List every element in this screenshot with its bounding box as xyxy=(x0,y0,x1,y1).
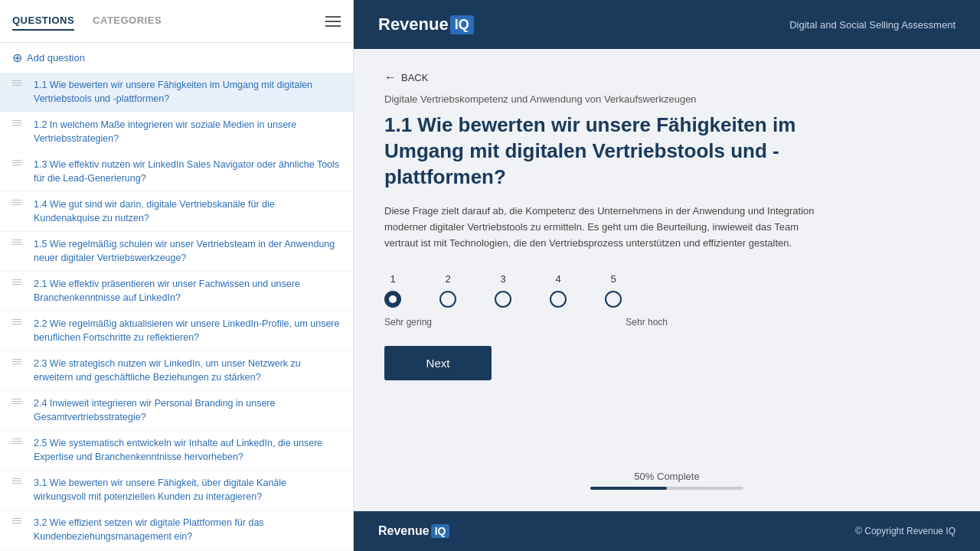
add-question-label: Add question xyxy=(27,52,85,64)
add-question-button[interactable]: ⊕ Add question xyxy=(0,43,353,73)
radio-circle[interactable] xyxy=(384,291,401,308)
header-subtitle: Digital and Social Selling Assessment xyxy=(789,19,956,31)
sidebar: QUESTIONS CATEGORIES ⊕ Add question 1.1 … xyxy=(0,0,354,551)
drag-handle xyxy=(12,200,28,205)
question-item[interactable]: 2.5 Wie systematisch entwickeln wir Inha… xyxy=(0,431,353,471)
rating-option-3[interactable]: 3 xyxy=(495,273,511,308)
next-button[interactable]: Next xyxy=(384,346,492,380)
question-item[interactable]: 2.1 Wie effektiv präsentieren wir unser … xyxy=(0,272,353,311)
question-title: 1.1 Wie bewerten wir unsere Fähigkeiten … xyxy=(384,112,844,190)
rating-number: 3 xyxy=(500,273,505,285)
question-item[interactable]: 2.4 Inwieweit integrieren wir Personal B… xyxy=(0,391,353,431)
drag-handle xyxy=(12,240,28,245)
radio-circle[interactable] xyxy=(439,291,456,308)
back-label: BACK xyxy=(401,72,428,83)
questions-list: 1.1 Wie bewerten wir unsere Fähigkeiten … xyxy=(0,73,353,551)
radio-circle[interactable] xyxy=(495,291,511,308)
question-item-text: 1.2 In welchem Maße integrieren wir sozi… xyxy=(34,119,341,145)
radio-circle[interactable] xyxy=(550,291,567,308)
drag-handle xyxy=(12,319,28,324)
hamburger-line-1 xyxy=(325,16,341,18)
radio-inner xyxy=(389,295,397,303)
rating-option-5[interactable]: 5 xyxy=(605,273,622,308)
logo-iq: IQ xyxy=(450,15,474,34)
rating-scale: 12345 xyxy=(384,273,949,308)
question-item[interactable]: 3.2 Wie effizient setzen wir digitale Pl… xyxy=(0,510,353,550)
hamburger-icon[interactable] xyxy=(325,16,341,27)
drag-handle xyxy=(12,399,28,404)
question-item-text: 2.5 Wie systematisch entwickeln wir Inha… xyxy=(34,437,341,464)
tab-categories[interactable]: CATEGORIES xyxy=(93,11,162,31)
drag-handle xyxy=(12,80,28,86)
sidebar-tabs-left: QUESTIONS CATEGORIES xyxy=(12,11,162,31)
drag-handle xyxy=(12,279,28,285)
main-header: RevenueIQ Digital and Social Selling Ass… xyxy=(354,0,980,49)
logo-revenue: Revenue xyxy=(378,15,449,34)
progress-bar-container xyxy=(590,487,743,490)
question-item-text: 1.4 Wie gut sind wir darin, digitale Ver… xyxy=(34,198,341,225)
rating-labels: Sehr gering Sehr hoch xyxy=(384,317,668,328)
rating-option-2[interactable]: 2 xyxy=(439,273,456,308)
drag-handle xyxy=(12,518,28,523)
add-question-icon: ⊕ xyxy=(12,51,22,65)
question-item[interactable]: 1.4 Wie gut sind wir darin, digitale Ver… xyxy=(0,192,353,232)
footer-copyright: © Copyright Revenue IQ xyxy=(855,526,956,536)
question-item-text: 3.1 Wie bewerten wir unsere Fähigkeit, ü… xyxy=(34,477,341,504)
question-item[interactable]: 1.1 Wie bewerten wir unsere Fähigkeiten … xyxy=(0,73,353,112)
progress-area: 50% Complete xyxy=(384,455,949,490)
drag-handle xyxy=(12,439,28,444)
hamburger-line-3 xyxy=(325,25,341,27)
question-item-text: 2.3 Wie strategisch nutzen wir LinkedIn,… xyxy=(34,357,341,384)
rating-option-1[interactable]: 1 xyxy=(384,273,401,308)
footer-logo-iq: IQ xyxy=(431,524,450,538)
radio-circle[interactable] xyxy=(605,291,622,308)
question-item[interactable]: 2.2 Wie regelmäßig aktualisieren wir uns… xyxy=(0,311,353,351)
main-panel: RevenueIQ Digital and Social Selling Ass… xyxy=(354,0,980,551)
rating-number: 1 xyxy=(390,273,395,285)
question-item-text: 2.2 Wie regelmäßig aktualisieren wir uns… xyxy=(34,318,341,344)
question-description: Diese Frage zielt darauf ab, die Kompete… xyxy=(384,204,828,251)
rating-number: 5 xyxy=(610,273,616,285)
drag-handle xyxy=(12,160,28,165)
question-item[interactable]: 1.5 Wie regelmäßig schulen wir unser Ver… xyxy=(0,232,353,272)
rating-number: 2 xyxy=(445,273,450,285)
back-button[interactable]: ← BACK xyxy=(384,70,949,84)
question-item[interactable]: 3.1 Wie bewerten wir unsere Fähigkeit, ü… xyxy=(0,471,353,510)
progress-bar-fill xyxy=(590,487,667,490)
progress-label: 50% Complete xyxy=(384,471,949,482)
question-item[interactable]: 1.2 In welchem Maße integrieren wir sozi… xyxy=(0,112,353,152)
footer-logo: RevenueIQ xyxy=(378,524,449,538)
rating-option-4[interactable]: 4 xyxy=(550,273,567,308)
question-item-text: 1.3 Wie effektiv nutzen wir LinkedIn Sal… xyxy=(34,158,341,185)
footer-logo-revenue: Revenue xyxy=(378,524,430,538)
question-item-text: 1.1 Wie bewerten wir unsere Fähigkeiten … xyxy=(34,79,341,106)
rating-number: 4 xyxy=(555,273,560,285)
back-arrow-icon: ← xyxy=(384,70,397,84)
header-logo: RevenueIQ xyxy=(378,15,474,34)
main-content: ← BACK Digitale Vertriebskompetenz und A… xyxy=(354,49,980,511)
question-item[interactable]: 2.3 Wie strategisch nutzen wir LinkedIn,… xyxy=(0,351,353,391)
rating-label-low: Sehr gering xyxy=(384,317,432,328)
question-item-text: 2.1 Wie effektiv präsentieren wir unser … xyxy=(34,278,341,305)
question-item[interactable]: 1.3 Wie effektiv nutzen wir LinkedIn Sal… xyxy=(0,152,353,192)
drag-handle xyxy=(12,359,28,364)
drag-handle xyxy=(12,478,28,484)
category-label: Digitale Vertriebskompetenz und Anwendun… xyxy=(384,93,949,105)
rating-label-high: Sehr hoch xyxy=(626,317,668,328)
tab-questions[interactable]: QUESTIONS xyxy=(12,11,74,31)
drag-handle xyxy=(12,120,28,126)
main-footer: RevenueIQ © Copyright Revenue IQ xyxy=(354,511,980,551)
hamburger-line-2 xyxy=(325,21,341,22)
sidebar-tabs: QUESTIONS CATEGORIES xyxy=(0,0,353,43)
question-item-text: 1.5 Wie regelmäßig schulen wir unser Ver… xyxy=(34,238,341,265)
question-item-text: 2.4 Inwieweit integrieren wir Personal B… xyxy=(34,397,341,424)
question-item-text: 3.2 Wie effizient setzen wir digitale Pl… xyxy=(34,517,341,543)
